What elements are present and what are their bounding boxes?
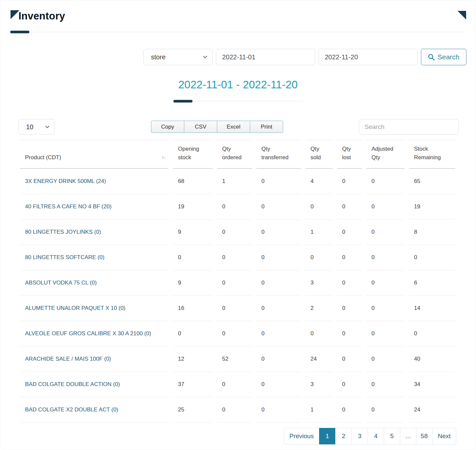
column-header-6[interactable]: Adjusted Qty bbox=[367, 140, 404, 169]
search-button-label: Search bbox=[437, 53, 460, 61]
value-cell: 19 bbox=[409, 194, 455, 220]
column-header-7[interactable]: Stock Remaining bbox=[409, 140, 455, 169]
value-cell: 0 bbox=[337, 169, 362, 194]
search-icon bbox=[428, 54, 435, 61]
pagination: Previous12345…58Next bbox=[284, 428, 456, 444]
value-cell: 0 bbox=[367, 194, 404, 220]
value-cell: 0 bbox=[306, 245, 333, 270]
value-cell: 6 bbox=[409, 270, 455, 296]
product-name-cell[interactable]: 40 FILTRES A CAFE NO 4 BF (20) bbox=[20, 194, 168, 220]
value-cell: 0 bbox=[337, 270, 362, 296]
value-cell: 0 bbox=[337, 321, 362, 346]
value-cell: 0 bbox=[256, 397, 301, 423]
column-header-1[interactable]: Opening stock bbox=[173, 140, 213, 169]
value-cell: 24 bbox=[306, 346, 333, 372]
column-header-label: Stock Remaining bbox=[414, 146, 441, 161]
value-cell: 25 bbox=[173, 397, 213, 423]
column-header-label: Qty transferred bbox=[261, 146, 288, 161]
export-button-group: CopyCSVExcelPrint bbox=[151, 121, 283, 133]
value-cell: 0 bbox=[306, 194, 333, 220]
value-cell: 0 bbox=[173, 245, 213, 270]
search-button[interactable]: Search bbox=[421, 49, 466, 65]
value-cell: 0 bbox=[337, 397, 362, 423]
pagination-page-5-button[interactable]: 5 bbox=[384, 428, 400, 444]
value-cell: 0 bbox=[409, 321, 455, 346]
export-copy-button[interactable]: Copy bbox=[151, 121, 184, 133]
table-row: 80 LINGETTES JOYLINKS (0)9001008 bbox=[20, 220, 455, 245]
value-cell: 0 bbox=[367, 220, 404, 245]
page-size-select[interactable]: 10 bbox=[18, 119, 55, 135]
pagination-page-2-button[interactable]: 2 bbox=[335, 428, 352, 444]
value-cell: 0 bbox=[367, 270, 404, 296]
value-cell: 0 bbox=[367, 346, 404, 372]
value-cell: 0 bbox=[337, 245, 362, 270]
product-name-cell[interactable]: 80 LINGETTES JOYLINKS (0) bbox=[20, 220, 168, 245]
product-name-cell[interactable]: ABSOLUT VODKA 75 CL (0) bbox=[20, 270, 168, 296]
value-cell: 0 bbox=[306, 321, 333, 346]
inventory-table: Product (CDT)↑↓Opening stockQty orderedQ… bbox=[15, 140, 460, 423]
export-csv-button[interactable]: CSV bbox=[184, 121, 217, 133]
table-row: 80 LINGETTES SOFTCARE (0)0000000 bbox=[20, 245, 455, 270]
table-row: ALVEOLE OEUF GROS CALIBRE X 30 A 2100 (0… bbox=[20, 321, 455, 346]
column-header-label: Opening stock bbox=[178, 146, 199, 161]
table-search-input[interactable] bbox=[359, 119, 459, 135]
date-from-input[interactable] bbox=[216, 49, 315, 65]
column-header-0[interactable]: Product (CDT)↑↓ bbox=[20, 140, 168, 169]
store-select-control[interactable]: store bbox=[143, 49, 213, 65]
column-header-5[interactable]: Qty lost bbox=[337, 140, 362, 169]
column-header-3[interactable]: Qty transferred bbox=[256, 140, 301, 169]
pagination-page-58-button[interactable]: 58 bbox=[416, 428, 432, 444]
title-divider bbox=[10, 32, 466, 32]
pagination-page-3-button[interactable]: 3 bbox=[351, 428, 368, 444]
product-name-cell[interactable]: ARACHIDE SALE / MAIS 100F (0) bbox=[20, 346, 168, 372]
value-cell: 0 bbox=[367, 372, 404, 397]
product-name-cell[interactable]: BAD COLGATE DOUBLE ACTION (0) bbox=[20, 372, 168, 397]
page-size-select-control[interactable]: 10 bbox=[18, 119, 55, 135]
table-row: ALUMETTE UNALOR PAQUET X 10 (0)160020014 bbox=[20, 296, 455, 321]
pagination-ellipsis[interactable]: … bbox=[400, 428, 416, 444]
export-excel-button[interactable]: Excel bbox=[217, 121, 250, 133]
value-cell: 0 bbox=[217, 220, 252, 245]
column-header-4[interactable]: Qty sold bbox=[306, 140, 333, 169]
pagination-previous-button[interactable]: Previous bbox=[284, 428, 319, 444]
table-body: 3X ENERGY DRINK 500ML (24)68104006540 FI… bbox=[20, 169, 455, 423]
value-cell: 0 bbox=[337, 194, 362, 220]
value-cell: 0 bbox=[217, 397, 252, 423]
pagination-page-4-button[interactable]: 4 bbox=[368, 428, 384, 444]
value-cell: 16 bbox=[173, 296, 213, 321]
column-header-label: Adjusted Qty bbox=[372, 146, 393, 161]
value-cell: 9 bbox=[173, 220, 213, 245]
pagination-page-1-button[interactable]: 1 bbox=[319, 428, 336, 444]
value-cell: 3 bbox=[306, 372, 333, 397]
value-cell: 65 bbox=[409, 169, 455, 194]
table-row: ARACHIDE SALE / MAIS 100F (0)12520240040 bbox=[20, 346, 455, 372]
value-cell: 0 bbox=[409, 245, 455, 270]
corner-triangle-top-right-icon bbox=[458, 11, 466, 19]
value-cell: 52 bbox=[217, 346, 252, 372]
product-name-cell[interactable]: ALUMETTE UNALOR PAQUET X 10 (0) bbox=[20, 296, 168, 321]
value-cell: 0 bbox=[256, 372, 301, 397]
table-row: 40 FILTRES A CAFE NO 4 BF (20)190000019 bbox=[20, 194, 455, 220]
value-cell: 8 bbox=[409, 220, 455, 245]
value-cell: 14 bbox=[409, 296, 455, 321]
value-cell: 0 bbox=[217, 245, 252, 270]
value-cell: 0 bbox=[256, 169, 301, 194]
corner-triangle-top-left-icon bbox=[11, 10, 19, 19]
product-name-cell[interactable]: 3X ENERGY DRINK 500ML (24) bbox=[20, 169, 168, 194]
column-header-label: Product (CDT) bbox=[25, 154, 61, 161]
date-to-input[interactable] bbox=[318, 49, 418, 65]
product-name-cell[interactable]: ALVEOLE OEUF GROS CALIBRE X 30 A 2100 (0… bbox=[20, 321, 168, 346]
store-select[interactable]: store bbox=[143, 49, 213, 65]
filter-bar: store Search bbox=[0, 49, 466, 65]
value-cell: 0 bbox=[256, 321, 301, 346]
export-print-button[interactable]: Print bbox=[250, 121, 283, 133]
pagination-next-button[interactable]: Next bbox=[432, 428, 456, 444]
title-divider-accent bbox=[10, 31, 29, 33]
value-cell: 2 bbox=[306, 296, 333, 321]
column-header-2[interactable]: Qty ordered bbox=[217, 140, 252, 169]
value-cell: 0 bbox=[367, 169, 404, 194]
sort-icon[interactable]: ↑↓ bbox=[162, 154, 166, 162]
value-cell: 0 bbox=[217, 321, 252, 346]
product-name-cell[interactable]: 80 LINGETTES SOFTCARE (0) bbox=[20, 245, 168, 270]
product-name-cell[interactable]: BAD COLGATE X2 DOUBLE ACT (0) bbox=[20, 397, 168, 423]
